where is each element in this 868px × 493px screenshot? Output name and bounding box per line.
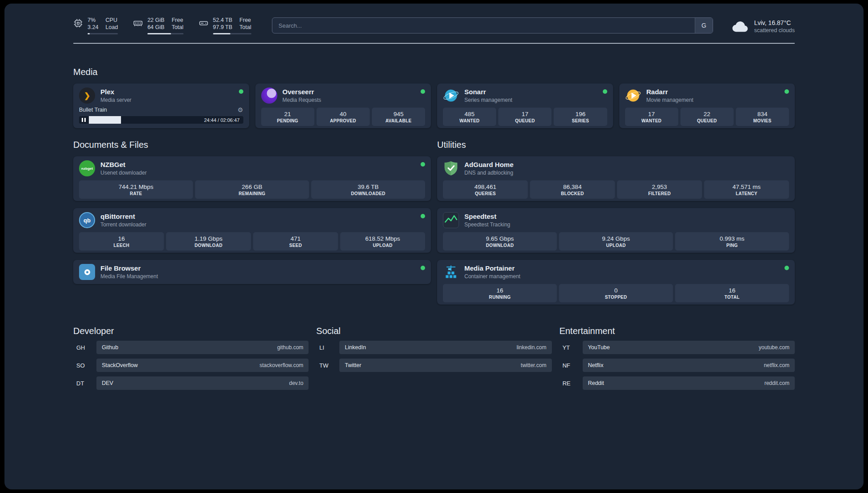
service-subtitle: Container management xyxy=(464,273,520,280)
bookmark-abbr: SO xyxy=(73,362,96,369)
bookmark-name: YouTube xyxy=(588,344,610,351)
bookmark-twitter[interactable]: TW Twitter twitter.com xyxy=(316,359,551,372)
bookmark-name: Reddit xyxy=(588,380,604,386)
service-subtitle: Series management xyxy=(464,97,512,103)
bookmark-name: StackOverflow xyxy=(102,362,138,368)
utilities-column: Utilities xyxy=(437,140,795,305)
bookmark-url: twitter.com xyxy=(521,362,546,368)
stat-tile: 618.52 Mbps UPLOAD xyxy=(340,232,425,251)
service-card-plex[interactable]: ❯ Plex Media server Bullet Train ⚙ xyxy=(73,84,249,128)
stat-tile: 9.24 Gbps UPLOAD xyxy=(559,232,673,251)
bookmark-url: reddit.com xyxy=(764,380,789,386)
service-card-overseerr[interactable]: Overseerr Media Requests 21 PENDING 40 A… xyxy=(255,84,431,128)
nzbget-icon: nzbget xyxy=(79,160,95,176)
bookmark-linkedin[interactable]: LI LinkedIn linkedin.com xyxy=(316,341,551,354)
bookmark-github[interactable]: GH Github github.com xyxy=(73,341,309,354)
section-title-media: Media xyxy=(73,67,795,77)
bookmark-abbr: GH xyxy=(73,344,96,351)
cloud-icon xyxy=(731,17,750,36)
stat-tile: 39.6 TB DOWNLOADED xyxy=(311,180,425,199)
section-title-entertainment: Entertainment xyxy=(559,326,795,336)
resource-monitors: 7% 3.24 CPU Load xyxy=(73,17,251,34)
bookmark-netflix[interactable]: NF Netflix netflix.com xyxy=(559,359,795,372)
bookmark-dev[interactable]: DT DEV dev.to xyxy=(73,376,309,390)
bookmark-url: linkedin.com xyxy=(517,344,547,351)
service-subtitle: Media server xyxy=(100,97,131,103)
weather-condition: scattered clouds xyxy=(754,27,795,33)
stat-tile: 945 AVAILABLE xyxy=(372,108,425,126)
disk-usage-bar xyxy=(213,33,251,35)
bookmark-stackoverflow[interactable]: SO StackOverflow stackoverflow.com xyxy=(73,359,309,372)
service-card-filebrowser[interactable]: File Browser Media File Management xyxy=(73,260,431,284)
section-title-utilities: Utilities xyxy=(437,140,795,150)
service-name: Media Portainer xyxy=(464,264,520,272)
search-bar: G xyxy=(272,17,713,33)
service-subtitle: Usenet downloader xyxy=(100,170,146,176)
bookmark-abbr: NF xyxy=(559,362,583,369)
stat-tile: 266 GB REMAINING xyxy=(195,180,309,199)
settings-gear-icon[interactable]: ⚙ xyxy=(238,107,243,113)
stat-tile: 498,461 QUERIES xyxy=(443,180,528,199)
service-subtitle: Media Requests xyxy=(283,97,321,103)
adguard-icon xyxy=(443,160,459,176)
service-card-sonarr[interactable]: Sonarr Series management 485 WANTED 17 Q… xyxy=(437,84,613,128)
memory-labels: Free Total xyxy=(171,17,183,31)
status-dot xyxy=(785,89,789,94)
bookmark-reddit[interactable]: RE Reddit reddit.com xyxy=(559,376,795,390)
status-dot xyxy=(421,214,425,218)
bookmark-name: DEV xyxy=(102,380,113,386)
service-subtitle: DNS and adblocking xyxy=(464,170,513,176)
radarr-icon xyxy=(625,88,641,104)
dashboard: 7% 3.24 CPU Load xyxy=(4,4,864,489)
service-card-portainer[interactable]: Media Portainer Container management 16 … xyxy=(437,260,795,305)
weather-widget: Lviv, 16.87°C scattered clouds xyxy=(731,17,795,36)
stat-tile: 9.65 Gbps DOWNLOAD xyxy=(443,232,557,251)
disk-labels: Free Total xyxy=(239,17,251,31)
cpu-values: 7% 3.24 xyxy=(88,17,98,31)
service-card-qbittorrent[interactable]: qb qBittorrent Torrent downloader 16 xyxy=(73,208,431,253)
status-dot xyxy=(421,89,425,94)
service-subtitle: Media File Management xyxy=(100,273,158,280)
service-name: qBittorrent xyxy=(100,213,146,220)
status-dot xyxy=(421,266,425,270)
overseerr-icon xyxy=(261,88,277,104)
service-name: AdGuard Home xyxy=(464,161,513,168)
memory-values: 22 GiB 64 GiB xyxy=(147,17,164,31)
bookmark-youtube[interactable]: YT YouTube youtube.com xyxy=(559,341,795,354)
stat-tile: 196 SERIES xyxy=(554,108,607,126)
service-name: Radarr xyxy=(647,88,693,96)
stat-tile: 0 STOPPED xyxy=(559,284,673,302)
now-playing-title: Bullet Train xyxy=(79,107,107,113)
stat-tile: 22 QUEUED xyxy=(680,108,734,126)
pause-button[interactable] xyxy=(82,118,86,122)
stat-tile: 744.21 Mbps RATE xyxy=(79,180,193,199)
weather-location: Lviv, 16.87°C xyxy=(754,19,795,26)
stat-tile: 0.993 ms PING xyxy=(675,232,789,251)
memory-widget: 22 GiB 64 GiB Free Total xyxy=(133,17,184,34)
cpu-chip-icon xyxy=(73,18,83,28)
service-card-speedtest[interactable]: Speedtest Speedtest Tracking 9.65 Gbps D… xyxy=(437,208,795,253)
cpu-widget: 7% 3.24 CPU Load xyxy=(73,17,118,34)
bookmark-url: dev.to xyxy=(289,380,304,386)
playback-time: 24:44 / 02:06:47 xyxy=(204,117,240,123)
bookmark-group-developer: Developer GH Github github.com SO StackO… xyxy=(73,326,309,390)
plex-icon: ❯ xyxy=(79,88,95,104)
status-dot xyxy=(239,89,243,94)
search-input[interactable] xyxy=(272,18,695,33)
disk-icon xyxy=(199,18,209,28)
service-card-nzbget[interactable]: nzbget NZBGet Usenet downloader 744.21 M… xyxy=(73,156,431,201)
service-card-adguard[interactable]: AdGuard Home DNS and adblocking 498,461 … xyxy=(437,156,795,201)
stat-tile: 834 MOVIES xyxy=(736,108,789,126)
cpu-labels: CPU Load xyxy=(105,17,118,31)
bookmark-name: LinkedIn xyxy=(345,344,366,351)
service-name: Speedtest xyxy=(464,213,510,220)
bookmark-abbr: TW xyxy=(316,362,339,369)
disk-values: 52.4 TB 97.9 TB xyxy=(213,17,233,31)
memory-icon xyxy=(133,18,143,28)
search-provider-button[interactable]: G xyxy=(695,18,713,33)
service-card-radarr[interactable]: Radarr Movie management 17 WANTED 22 QUE… xyxy=(619,84,795,128)
topbar: 7% 3.24 CPU Load xyxy=(73,4,795,36)
bookmark-name: Netflix xyxy=(588,362,604,368)
service-name: Plex xyxy=(100,88,131,96)
playback-progress-bar[interactable]: 24:44 / 02:06:47 xyxy=(79,116,243,124)
